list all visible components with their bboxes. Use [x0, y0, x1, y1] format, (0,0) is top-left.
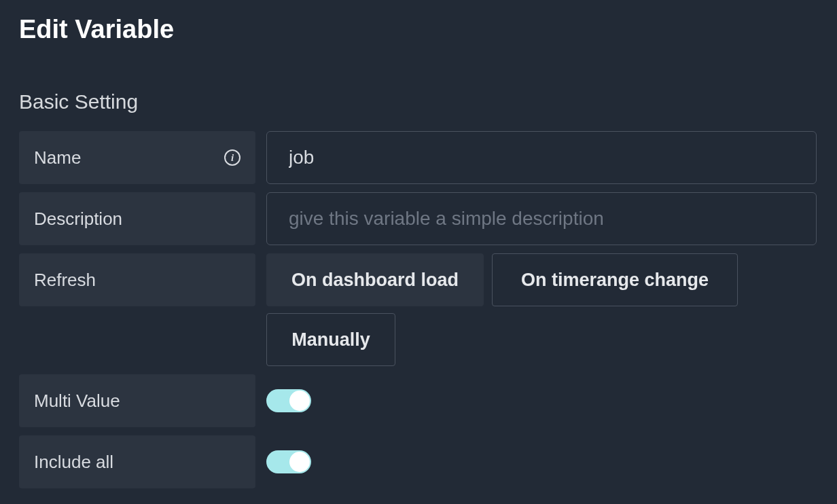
toggle-knob: [289, 452, 310, 472]
refresh-segmented-line2: Manually: [266, 313, 818, 366]
label-name: Name i: [19, 131, 255, 184]
label-include-all: Include all: [19, 435, 255, 488]
row-include-all: Include all: [19, 435, 818, 488]
field-area-description: [266, 192, 818, 245]
description-input[interactable]: [266, 192, 817, 245]
info-icon[interactable]: i: [224, 149, 241, 166]
refresh-option-on-timerange-change[interactable]: On timerange change: [492, 253, 738, 306]
name-input[interactable]: [266, 131, 817, 184]
label-refresh: Refresh: [19, 253, 255, 306]
row-multi-value: Multi Value: [19, 374, 818, 427]
field-area-name: [266, 131, 818, 184]
label-description-text: Description: [34, 209, 122, 230]
label-refresh-text: Refresh: [34, 270, 96, 291]
multi-value-toggle[interactable]: [266, 389, 311, 412]
refresh-segmented: On dashboard load On timerange change: [266, 253, 818, 306]
refresh-option-on-dashboard-load[interactable]: On dashboard load: [266, 253, 484, 306]
row-description: Description: [19, 192, 818, 245]
field-area-refresh: On dashboard load On timerange change Ma…: [266, 253, 818, 366]
section-title-basic-setting: Basic Setting: [19, 90, 818, 113]
label-multi-value: Multi Value: [19, 374, 255, 427]
label-multi-value-text: Multi Value: [34, 391, 120, 412]
include-all-toggle[interactable]: [266, 450, 311, 473]
page-title: Edit Variable: [19, 15, 818, 44]
label-include-all-text: Include all: [34, 452, 113, 473]
row-name: Name i: [19, 131, 818, 184]
toggle-knob: [289, 391, 310, 411]
row-refresh: Refresh On dashboard load On timerange c…: [19, 253, 818, 366]
refresh-option-manually[interactable]: Manually: [266, 313, 395, 366]
label-name-text: Name: [34, 147, 81, 168]
label-description: Description: [19, 192, 255, 245]
